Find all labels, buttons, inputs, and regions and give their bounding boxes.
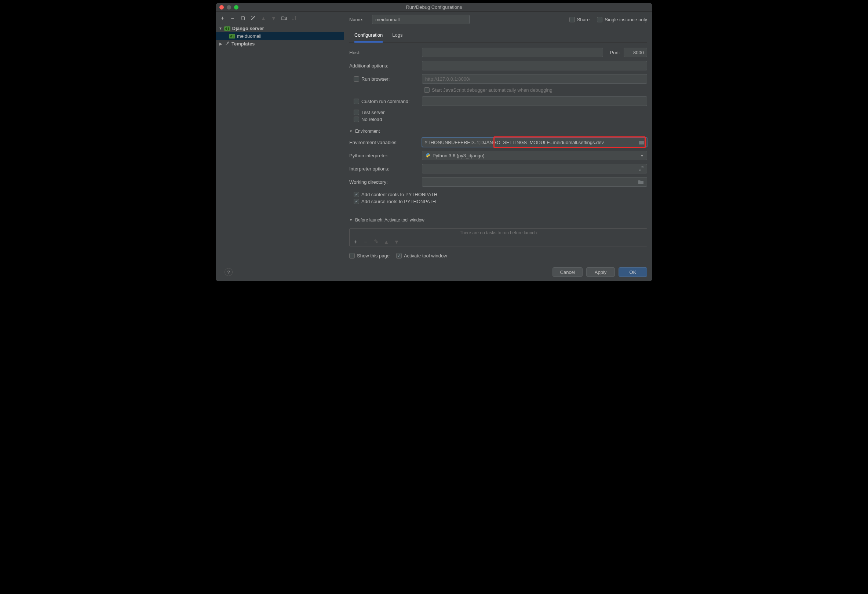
remove-config-icon[interactable]: − (230, 15, 236, 21)
move-up-icon[interactable]: ▲ (260, 15, 266, 21)
share-checkbox[interactable] (569, 17, 575, 22)
add-content-roots-text: Add content roots to PYTHONPATH (362, 192, 437, 197)
start-js-debugger-checkbox[interactable] (424, 87, 430, 93)
activate-tool-label[interactable]: Activate tool window (396, 253, 447, 258)
help-button[interactable]: ? (224, 268, 233, 276)
run-browser-label[interactable]: Run browser: (354, 76, 418, 82)
settings-icon[interactable] (250, 15, 256, 21)
tab-bar: Configuration Logs (349, 29, 647, 43)
python-interp-label: Python interpreter: (349, 153, 418, 158)
cancel-button[interactable]: Cancel (552, 267, 583, 277)
single-instance-checkbox[interactable] (597, 17, 602, 22)
env-vars-label: Environment variables: (349, 140, 418, 145)
add-content-roots-checkbox[interactable] (354, 192, 359, 197)
activate-tool-text: Activate tool window (404, 253, 447, 258)
show-page-text: Show this page (357, 253, 390, 258)
tab-logs[interactable]: Logs (392, 29, 403, 42)
interp-options-input[interactable] (422, 164, 647, 174)
host-input[interactable] (422, 48, 603, 57)
django-icon: dj (224, 27, 230, 31)
sort-icon[interactable] (291, 15, 297, 21)
show-page-label[interactable]: Show this page (349, 253, 390, 258)
add-source-roots-label[interactable]: Add source roots to PYTHONPATH (354, 199, 647, 204)
run-browser-url-input[interactable]: http://127.0.0.1:8000/ (422, 74, 647, 84)
collapse-arrow-icon: ▼ (349, 218, 353, 222)
sidebar-toolbar: ＋ − ▲ ▼ (216, 14, 344, 24)
port-label: Port: (607, 50, 620, 55)
no-tasks-text: There are no tasks to run before launch (350, 229, 647, 237)
start-js-debugger-label[interactable]: Start JavaScript debugger automatically … (424, 87, 552, 93)
show-page-checkbox[interactable] (349, 253, 355, 258)
collapse-arrow-icon: ▼ (349, 130, 353, 133)
expand-arrow-icon: ▼ (218, 27, 222, 31)
custom-run-label[interactable]: Custom run command: (354, 99, 418, 104)
dialog-window: Run/Debug Configurations ＋ − ▲ ▼ (216, 3, 652, 281)
tree-label: meiduomall (237, 33, 261, 39)
add-config-icon[interactable]: ＋ (219, 15, 225, 21)
tab-configuration[interactable]: Configuration (354, 29, 382, 43)
django-icon: dj (229, 34, 235, 38)
ok-button[interactable]: OK (619, 267, 647, 277)
run-browser-text: Run browser: (362, 76, 390, 82)
before-launch-header[interactable]: ▼ Before launch: Activate tool window (349, 215, 647, 223)
browse-env-icon[interactable] (639, 140, 645, 145)
configurations-sidebar: ＋ − ▲ ▼ ▼ dj (216, 12, 344, 263)
tree-node-templates[interactable]: ▶ Templates (216, 40, 344, 48)
add-source-roots-checkbox[interactable] (354, 199, 359, 204)
single-instance-label[interactable]: Single instance only (597, 17, 647, 22)
port-input[interactable] (624, 48, 647, 57)
config-name-input[interactable] (372, 15, 469, 24)
environment-section-title: Environment (355, 129, 380, 134)
copy-config-icon[interactable] (240, 15, 246, 21)
add-task-icon[interactable]: ＋ (353, 239, 359, 245)
move-down-icon[interactable]: ▼ (271, 15, 277, 21)
additional-options-input[interactable] (422, 61, 647, 71)
apply-button[interactable]: Apply (586, 267, 615, 277)
tree-label: Django server (232, 26, 264, 31)
custom-run-input[interactable] (422, 96, 647, 106)
svg-rect-1 (242, 17, 244, 20)
titlebar: Run/Debug Configurations (216, 3, 652, 12)
browse-folder-icon[interactable] (638, 179, 644, 184)
add-source-roots-text: Add source roots to PYTHONPATH (362, 199, 436, 204)
start-js-debugger-text: Start JavaScript debugger automatically … (432, 87, 552, 93)
before-launch-title: Before launch: Activate tool window (355, 217, 424, 223)
additional-options-label: Additional options: (349, 63, 418, 69)
python-interpreter-select[interactable]: Python 3.6 (py3_django) ▼ (422, 151, 647, 160)
env-vars-input[interactable]: YTHONUNBUFFERED=1;DJANGO_SETTINGS_MODULE… (422, 137, 647, 147)
svg-point-2 (251, 16, 252, 17)
share-checkbox-label[interactable]: Share (569, 17, 590, 22)
no-reload-label[interactable]: No reload (354, 116, 647, 122)
run-browser-checkbox[interactable] (354, 76, 359, 82)
chevron-down-icon: ▼ (640, 153, 644, 158)
single-instance-text: Single instance only (605, 17, 647, 22)
tree-node-meiduomall[interactable]: dj meiduomall (216, 32, 344, 40)
test-server-label[interactable]: Test server (354, 110, 647, 115)
share-text: Share (577, 17, 590, 22)
edit-task-icon[interactable]: ✎ (373, 239, 379, 245)
working-dir-input[interactable] (422, 177, 647, 187)
custom-run-checkbox[interactable] (354, 99, 359, 104)
add-content-roots-label[interactable]: Add content roots to PYTHONPATH (354, 192, 647, 197)
config-tree: ▼ dj Django server dj meiduomall ▶ Templ… (216, 24, 344, 48)
test-server-checkbox[interactable] (354, 110, 359, 115)
main-panel: Name: Share Single instance only Configu… (344, 12, 652, 263)
activate-tool-checkbox[interactable] (396, 253, 402, 258)
python-interp-value: Python 3.6 (py3_django) (433, 153, 485, 158)
interp-options-label: Interpreter options: (349, 166, 418, 172)
expand-icon[interactable] (639, 166, 644, 171)
remove-task-icon[interactable]: − (363, 239, 369, 245)
tree-label: Templates (232, 41, 255, 47)
custom-run-text: Custom run command: (362, 99, 410, 104)
environment-section-header[interactable]: ▼ Environment (349, 126, 647, 134)
expand-arrow-icon: ▶ (219, 42, 223, 46)
task-up-icon[interactable]: ▲ (383, 239, 389, 245)
test-server-text: Test server (362, 110, 385, 115)
tree-node-django-server[interactable]: ▼ dj Django server (216, 25, 344, 32)
before-launch-tasks-box: There are no tasks to run before launch … (349, 228, 647, 246)
task-down-icon[interactable]: ▼ (394, 239, 400, 245)
python-icon (425, 153, 430, 159)
working-dir-label: Working directory: (349, 179, 418, 185)
no-reload-checkbox[interactable] (354, 116, 359, 122)
folder-action-icon[interactable] (281, 15, 287, 21)
